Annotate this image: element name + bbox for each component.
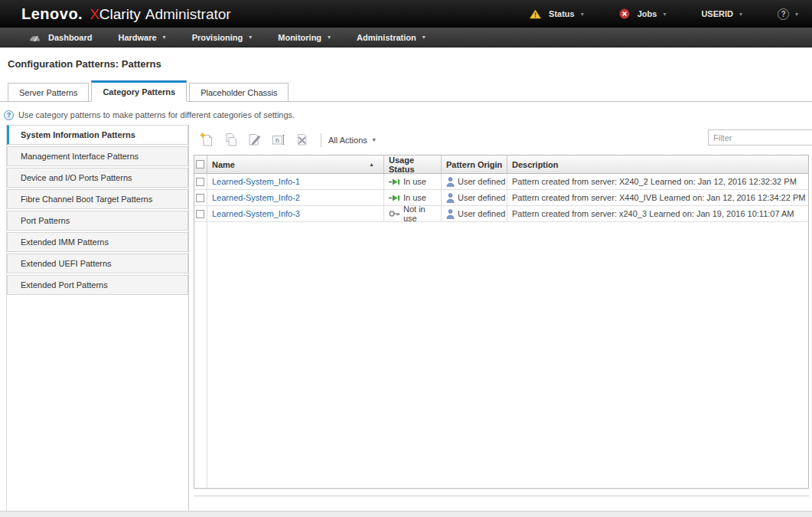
checkbox-column-rule [207, 222, 207, 488]
select-all-checkbox[interactable] [196, 160, 204, 169]
rename-pattern-button[interactable]: n [270, 131, 289, 149]
table-row[interactable]: Learned-System_Info-2In useUser definedP… [194, 190, 808, 206]
chevron-down-icon: ▾ [249, 34, 252, 41]
pattern-origin-cell: User defined [442, 174, 507, 189]
row-checkbox[interactable] [196, 210, 204, 218]
description-text: Pattern created from server: X440_IVB Le… [512, 193, 805, 202]
new-pattern-button[interactable] [199, 131, 217, 149]
nav-item-label: Provisioning [192, 33, 243, 42]
toolbar: n All Actions ▾ [189, 125, 812, 155]
nav-item-provisioning[interactable]: Provisioning▾ [192, 33, 253, 42]
help-icon: ? [778, 8, 789, 20]
filter-input[interactable] [708, 129, 812, 146]
pattern-origin-label: User defined [458, 193, 505, 202]
table-header: Name ▲ Usage Status Pattern Origin Descr… [194, 155, 808, 174]
column-header-usage-status[interactable]: Usage Status [384, 155, 442, 173]
jobs-label: Jobs [638, 9, 657, 18]
sidebar-item-extended-uefi-patterns[interactable]: Extended UEFI Patterns [7, 254, 188, 273]
sidebar-item-extended-imm-patterns[interactable]: Extended IMM Patterns [7, 232, 188, 252]
column-label-usage-status: Usage Status [389, 155, 441, 174]
all-actions-label: All Actions [328, 136, 367, 145]
tab-server-patterns[interactable]: Server Patterns [8, 83, 89, 102]
sidebar-item-management-interface-patterns[interactable]: Management Interface Patterns [7, 146, 188, 166]
copy-pattern-button[interactable] [223, 131, 241, 149]
pattern-name-link[interactable]: Learned-System_Info-3 [212, 209, 300, 218]
logo-lenovo-text: Lenovo. [21, 5, 83, 23]
dashboard-icon [29, 33, 41, 41]
tab-category-patterns[interactable]: Category Patterns [91, 80, 187, 102]
chevron-down-icon: ▾ [739, 11, 742, 18]
sidebar-item-device-and-i-o-ports-patterns[interactable]: Device and I/O Ports Patterns [7, 168, 188, 188]
description-text: Pattern created from server: x240_3 Lear… [512, 209, 794, 218]
select-all-cell [194, 155, 207, 173]
column-header-pattern-origin[interactable]: Pattern Origin [442, 155, 507, 173]
usage-status-cell: In use [384, 190, 442, 205]
table-row[interactable]: Learned-System_Info-1In useUser definedP… [194, 174, 808, 190]
delete-pattern-button[interactable] [294, 131, 312, 149]
panel-bottom-rule [194, 496, 809, 496]
description-cell: Pattern created from server: X240_2 Lear… [507, 174, 808, 189]
patterns-panel: n All Actions ▾ Name ▲ Usage Status [189, 125, 812, 513]
usage-status-label: In use [403, 193, 426, 202]
column-header-name[interactable]: Name ▲ [207, 155, 384, 173]
nav-item-label: Hardware [118, 33, 156, 42]
row-checkbox[interactable] [196, 194, 204, 202]
status-menu[interactable]: Status ▾ [530, 9, 584, 19]
patterns-table: Name ▲ Usage Status Pattern Origin Descr… [194, 155, 809, 489]
info-icon: ? [4, 110, 14, 120]
pattern-name-link[interactable]: Learned-System_Info-2 [212, 193, 300, 202]
nav-item-monitoring[interactable]: Monitoring▾ [278, 33, 331, 42]
nav-item-hardware[interactable]: Hardware▾ [118, 33, 165, 42]
help-menu[interactable]: ? ▾ [778, 8, 798, 20]
in-use-icon [389, 195, 400, 201]
description-cell: Pattern created from server: x240_3 Lear… [507, 206, 808, 221]
user-label: USERID [701, 9, 733, 18]
table-body: Learned-System_Info-1In useUser definedP… [194, 174, 808, 222]
column-label-pattern-origin: Pattern Origin [446, 160, 502, 169]
nav-item-administration[interactable]: Administration▾ [357, 33, 426, 42]
sidebar-item-port-patterns[interactable]: Port Patterns [7, 211, 188, 231]
pattern-origin-cell: User defined [442, 206, 507, 221]
nav-item-label: Dashboard [48, 33, 92, 42]
jobs-menu[interactable]: Jobs ▾ [619, 8, 667, 19]
page-title: Configuration Patterns: Patterns [8, 58, 812, 70]
nav-item-dashboard[interactable]: Dashboard [29, 33, 92, 42]
usage-status-cell: Not in use [384, 206, 442, 221]
toolbar-separator [321, 133, 321, 147]
user-menu[interactable]: USERID ▾ [701, 9, 742, 18]
row-checkbox-cell [194, 206, 207, 221]
logo-x-text: X [90, 6, 99, 23]
row-checkbox-cell [194, 174, 207, 189]
pattern-name-link[interactable]: Learned-System_Info-1 [212, 177, 300, 186]
all-actions-dropdown[interactable]: All Actions ▾ [328, 136, 376, 145]
sidebar-item-extended-port-patterns[interactable]: Extended Port Patterns [7, 275, 188, 295]
sidebar-item-system-information-patterns[interactable]: System Information Patterns [7, 125, 188, 145]
lenovo-logo: Lenovo. X Clarity Administrator [21, 5, 231, 23]
page-footer [0, 511, 812, 517]
table-row[interactable]: Learned-System_Info-3Not in useUser defi… [194, 206, 808, 222]
column-header-description[interactable]: Description [507, 155, 808, 173]
category-sidebar: System Information PatternsManagement In… [7, 125, 189, 513]
nav-bar: DashboardHardware▾Provisioning▾Monitorin… [0, 28, 812, 47]
chevron-down-icon: ▾ [328, 34, 331, 41]
chevron-down-icon: ▾ [373, 136, 376, 143]
header-menus: Status ▾ Jobs ▾ USERID ▾ ? ▾ [530, 8, 812, 20]
edit-pattern-button[interactable] [246, 131, 265, 149]
chevron-down-icon: ▾ [422, 34, 426, 41]
sidebar-item-fibre-channel-boot-target-patterns[interactable]: Fibre Channel Boot Target Patterns [7, 189, 188, 209]
pattern-name-cell: Learned-System_Info-1 [207, 174, 384, 189]
logo-product-text: Administrator [145, 6, 231, 23]
info-text: Use category patterns to make patterns f… [18, 110, 295, 119]
tab-placeholder-chassis[interactable]: Placeholder Chassis [189, 83, 289, 102]
pattern-origin-label: User defined [458, 177, 505, 186]
nav-item-label: Administration [357, 33, 416, 42]
row-checkbox[interactable] [196, 178, 204, 186]
usage-status-cell: In use [384, 174, 442, 189]
description-text: Pattern created from server: X240_2 Lear… [512, 177, 797, 186]
user-icon [446, 177, 455, 187]
pattern-name-cell: Learned-System_Info-2 [207, 190, 384, 205]
in-use-icon [389, 178, 400, 185]
warning-icon [530, 9, 541, 19]
app-header: Lenovo. X Clarity Administrator Status ▾… [0, 0, 812, 28]
status-label: Status [549, 9, 575, 18]
